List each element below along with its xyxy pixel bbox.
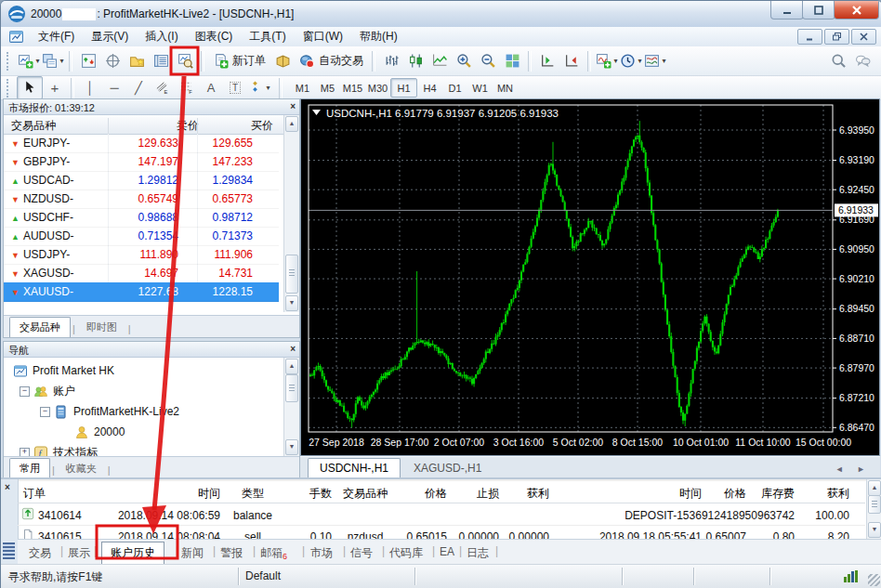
column-ask-label[interactable]: 买价 <box>251 118 273 134</box>
terminal-column-6[interactable]: 止损 <box>451 486 499 502</box>
terminal-tab-8[interactable]: 代码库 <box>389 545 423 561</box>
terminal-tab-7[interactable]: 信号 <box>350 545 373 561</box>
column-bid-label[interactable]: 卖价 <box>177 118 199 134</box>
terminal-tab-0[interactable]: 交易 <box>29 545 51 561</box>
terminal-tab-4[interactable]: 警报 <box>220 545 243 561</box>
menu-item-3[interactable]: 图表(C) <box>187 27 242 46</box>
navigator-toggle-button[interactable] <box>125 50 149 72</box>
chart-shift-button[interactable] <box>535 50 559 72</box>
text-tool[interactable]: A <box>199 77 223 98</box>
search-button[interactable] <box>826 50 850 72</box>
periods-button[interactable]: ▾ <box>619 50 643 72</box>
timeframe-w1-button[interactable]: W1 <box>467 79 493 97</box>
navigator-scrollbar[interactable]: ▲▼ <box>283 358 299 456</box>
terminal-scrollbar[interactable]: ▲▼ <box>866 479 881 539</box>
terminal-column-7[interactable]: 获利 <box>503 486 549 502</box>
menu-item-6[interactable]: 帮助(H) <box>351 27 406 46</box>
navigator-item-3[interactable]: 20000 <box>74 423 192 441</box>
terminal-toggle-button[interactable] <box>149 50 173 72</box>
navigator-item-1[interactable]: 账户 <box>33 382 75 400</box>
timeframe-m30-button[interactable]: M30 <box>365 79 390 97</box>
market-watch-row-usdcad[interactable]: ▲USDCAD-1.298121.29834 <box>4 171 279 190</box>
terminal-column-5[interactable]: 价格 <box>399 486 447 502</box>
chart-window[interactable]: 6.939506.931906.924506.916906.909506.902… <box>300 98 880 456</box>
market-watch-tab-0[interactable]: 交易品种 <box>9 317 71 337</box>
terminal-tab-5[interactable]: 邮箱6 <box>260 545 287 561</box>
title-bar[interactable]: 20000: ProfitMarketHK-Live2 - [USDCNH-,H… <box>1 1 881 28</box>
scroll-up-button[interactable]: ▲ <box>285 116 298 132</box>
scroll-thumb[interactable] <box>285 374 298 402</box>
text-label-tool[interactable]: T <box>223 77 247 98</box>
scroll-down-button[interactable]: ▼ <box>868 522 881 538</box>
market-watch-row-nzdusd[interactable]: ▼NZDUSD-0.657490.65773 <box>4 189 279 209</box>
market-watch-row-eurjpy[interactable]: ▼EURJPY-129.633129.655 <box>4 134 279 153</box>
vertical-line-tool[interactable]: │ <box>78 77 102 98</box>
terminal-grip-icon[interactable] <box>3 542 15 559</box>
market-watch-row-xagusd[interactable]: ▼XAGUSD-14.69714.731 <box>4 264 279 283</box>
terminal-column-r2[interactable]: 库存费 <box>750 486 795 502</box>
line-chart-mode-button[interactable] <box>427 50 452 72</box>
terminal-row-1[interactable]: 34106152018.09.14 08:08:04sell0.10nzdusd… <box>1 480 881 481</box>
timeframe-mn-button[interactable]: MN <box>493 79 518 97</box>
terminal-column-3[interactable]: 手数 <box>283 486 332 502</box>
templates-button[interactable]: ▾ <box>643 50 667 72</box>
zoom-out-button[interactable] <box>476 50 500 72</box>
timeframe-m15-button[interactable]: M15 <box>340 79 365 97</box>
terminal-tab-10[interactable]: 日志 <box>467 545 489 561</box>
terminal-close-icon[interactable]: × <box>5 482 10 492</box>
terminal-tab-9[interactable]: EA <box>440 545 454 558</box>
data-window-button[interactable] <box>100 50 125 72</box>
auto-scroll-button[interactable] <box>559 50 584 72</box>
autotrading-button[interactable]: 自动交易 <box>295 50 368 72</box>
market-watch-row-usdchf[interactable]: ▲USDCHF-0.986880.98712 <box>4 208 279 228</box>
equidistant-channel-tool[interactable]: E <box>151 77 175 98</box>
terminal-column-r1[interactable]: 价格 <box>705 486 746 502</box>
scroll-thumb[interactable] <box>868 495 881 514</box>
navigator-item-0[interactable]: Profit Market HK <box>13 361 114 380</box>
collapse-icon[interactable]: − <box>20 386 30 397</box>
terminal-tab-3[interactable]: 新闻 <box>181 545 204 561</box>
mdi-minimize-button[interactable] <box>797 29 822 45</box>
cursor-tool[interactable] <box>17 76 43 99</box>
navigator-close-icon[interactable]: × <box>290 344 296 354</box>
menu-item-2[interactable]: 插入(I) <box>137 27 186 46</box>
menu-item-5[interactable]: 窗口(W) <box>295 27 351 46</box>
terminal-column-4[interactable]: 交易品种 <box>335 486 395 502</box>
zoom-in-button[interactable] <box>452 50 476 72</box>
timeframe-h4-button[interactable]: H4 <box>417 79 442 97</box>
strategy-tester-button[interactable] <box>173 50 197 72</box>
price-chart[interactable]: 6.939506.931906.924506.916906.909506.902… <box>301 99 879 455</box>
navigator-tab-1[interactable]: 收藏夹 <box>57 459 106 478</box>
maximize-button[interactable] <box>802 1 835 20</box>
community-button[interactable] <box>850 50 874 72</box>
terminal-tab-1[interactable]: 展示 <box>68 545 90 561</box>
scroll-up-button[interactable]: ▲ <box>868 480 881 496</box>
close-button[interactable] <box>834 1 879 20</box>
mdi-restore-button[interactable] <box>824 29 849 45</box>
market-watch-row-usdjpy[interactable]: ▼USDJPY-111.890111.906 <box>4 245 279 265</box>
terminal-column-0[interactable]: 订单 <box>23 486 109 502</box>
trendline-tool[interactable]: ╱ <box>126 77 151 98</box>
column-symbol-label[interactable]: 交易品种 <box>11 118 56 134</box>
timeframe-h1-button[interactable]: H1 <box>390 78 417 98</box>
scroll-down-button[interactable]: ▼ <box>285 439 298 455</box>
market-watch-row-audusd[interactable]: ▲AUDUSD-0.713540.71373 <box>4 227 279 246</box>
navigator-item-2[interactable]: ProfitMarketHK-Live2 <box>54 402 179 421</box>
market-watch-scrollbar[interactable]: ▲▼ <box>283 115 299 312</box>
menu-item-4[interactable]: 工具(T) <box>241 27 294 46</box>
indicators-button[interactable]: ▾ <box>595 50 619 72</box>
status-profile[interactable]: Default <box>245 569 281 582</box>
scroll-thumb[interactable] <box>285 255 298 294</box>
bar-chart-mode-button[interactable] <box>379 50 403 72</box>
market-watch-row-xauusd[interactable]: ▼XAUUSD-1227.681228.15 <box>4 282 279 302</box>
timeframe-m5-button[interactable]: M5 <box>315 79 340 97</box>
terminal-tab-6[interactable]: 市场 <box>310 545 333 561</box>
history-center-button[interactable] <box>270 50 295 72</box>
candlestick-mode-button[interactable] <box>403 50 427 72</box>
chart-tab-scroll-arrows[interactable]: ◄ ► <box>835 464 880 477</box>
resize-grip[interactable] <box>868 574 880 586</box>
profiles-button[interactable]: ▾ <box>41 50 65 72</box>
chart-tab-0[interactable]: USDCNH-,H1 <box>308 458 401 477</box>
timeframe-m1-button[interactable]: M1 <box>290 79 315 97</box>
arrows-tool[interactable]: ▾ <box>247 77 271 98</box>
